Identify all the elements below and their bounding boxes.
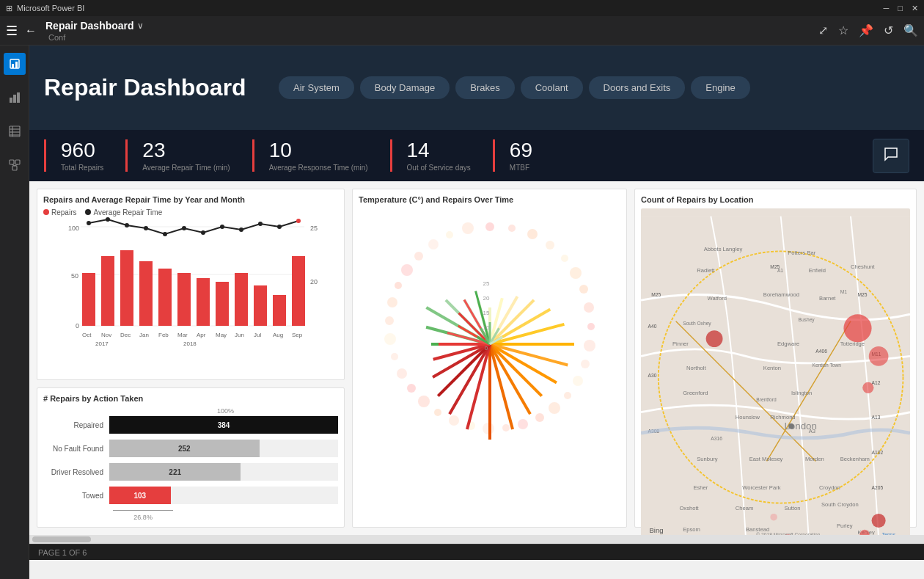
svg-text:Hounslow: Hounslow	[736, 414, 760, 420]
svg-point-70	[587, 323, 595, 330]
sidebar-icon-home[interactable]	[4, 53, 26, 75]
svg-text:Edgware: Edgware	[777, 341, 799, 347]
svg-point-66	[561, 255, 568, 262]
svg-text:A102: A102	[872, 450, 884, 455]
refresh-icon[interactable]: ↺	[884, 23, 893, 37]
svg-point-64	[527, 229, 538, 239]
search-icon[interactable]: 🔍	[903, 23, 918, 37]
hbar-wrapper-nff: 252	[109, 440, 338, 457]
hbar-fill-repaired: 384	[109, 416, 338, 434]
kpi-row: 960 Total Repairs 23 Average Repair Time…	[29, 130, 924, 181]
left-sidebar	[0, 45, 29, 579]
star-icon[interactable]: ☆	[838, 23, 848, 37]
app-layout: Repair Dashboard Air System Body Damage …	[0, 45, 924, 579]
svg-text:Brentford: Brentford	[756, 397, 777, 402]
svg-point-92	[414, 252, 423, 261]
svg-point-200	[770, 514, 777, 521]
hbar-chart-panel: # Repairs by Action Taken 100% Repaired …	[37, 387, 345, 528]
svg-rect-25	[101, 256, 114, 326]
sidebar-icon-table[interactable]	[4, 120, 26, 142]
radial-chart-panel: Temperature (C°) and Repairs Over Time	[352, 189, 627, 528]
back-button[interactable]: ←	[25, 24, 37, 37]
maximize-btn[interactable]: □	[898, 4, 903, 13]
nav-btn-body-damage[interactable]: Body Damage	[360, 76, 450, 99]
kpi-mtbf-label: MTBF	[510, 164, 532, 172]
svg-text:50: 50	[71, 272, 78, 280]
svg-text:Pinner: Pinner	[672, 341, 689, 347]
svg-rect-2	[15, 62, 18, 68]
hbar-bottom-pct: 26.8%	[113, 514, 173, 521]
svg-text:A1: A1	[777, 268, 783, 273]
hbar-wrapper-towed: 103	[109, 487, 338, 504]
svg-point-91	[401, 264, 413, 276]
svg-text:A205: A205	[872, 485, 884, 490]
svg-rect-24	[82, 273, 95, 326]
svg-rect-28	[158, 269, 172, 326]
close-btn[interactable]: ✕	[912, 4, 918, 13]
svg-point-62	[485, 222, 494, 231]
nav-btn-brakes[interactable]: Brakes	[455, 76, 514, 99]
svg-text:Purley: Purley	[837, 522, 853, 529]
bar-chart-title: Repairs and Average Repair Time by Year …	[43, 195, 338, 204]
svg-rect-27	[139, 261, 153, 326]
svg-rect-11	[10, 160, 14, 164]
svg-text:Oxshott: Oxshott	[679, 505, 699, 511]
svg-point-63	[508, 225, 516, 232]
svg-point-195	[869, 346, 889, 366]
svg-text:Richmond: Richmond	[770, 414, 795, 420]
svg-point-89	[387, 297, 397, 307]
svg-text:Cheam: Cheam	[736, 505, 754, 511]
svg-text:Dec: Dec	[120, 332, 131, 338]
pin-icon[interactable]: 📌	[859, 23, 873, 37]
svg-point-38	[125, 223, 129, 227]
svg-text:Esher: Esher	[693, 484, 708, 491]
scrollbar-area	[29, 535, 924, 544]
legend-repairs: Repairs	[43, 208, 76, 216]
svg-point-95	[462, 222, 474, 234]
svg-rect-35	[292, 256, 305, 326]
sidebar-icon-model[interactable]	[4, 154, 26, 176]
svg-point-40	[163, 232, 167, 236]
dashboard-nav: Air System Body Damage Brakes Coolant Do…	[279, 76, 750, 99]
svg-text:A406: A406	[815, 349, 827, 354]
sidebar-icon-chart[interactable]	[4, 87, 26, 109]
svg-text:20: 20	[310, 278, 318, 285]
nav-btn-coolant[interactable]: Coolant	[521, 76, 583, 99]
chat-button[interactable]	[873, 139, 909, 173]
svg-text:Terms: Terms	[882, 532, 896, 535]
hbar-track-towed: 103	[109, 487, 338, 504]
nav-btn-doors-exits[interactable]: Doors and Exits	[589, 76, 686, 99]
kpi-total-repairs: 960 Total Repairs	[44, 139, 125, 172]
svg-text:Cheshunt: Cheshunt	[851, 263, 875, 270]
svg-text:Kenton: Kenton	[763, 365, 781, 371]
nav-btn-air-system[interactable]: Air System	[279, 76, 354, 99]
svg-text:25: 25	[483, 280, 489, 287]
svg-point-69	[584, 302, 594, 313]
hbar-fill-nff: 252	[109, 440, 260, 457]
svg-point-193	[706, 330, 723, 347]
dashboard-title: Repair Dashboard	[44, 74, 249, 101]
main-content: Repair Dashboard Air System Body Damage …	[29, 45, 924, 579]
svg-point-197	[872, 514, 886, 528]
nav-subtitle: Conf	[48, 33, 144, 42]
svg-point-84	[407, 384, 416, 393]
nav-caret[interactable]: ∨	[137, 21, 144, 31]
svg-point-81	[449, 415, 459, 426]
svg-point-47	[296, 219, 301, 223]
minimize-btn[interactable]: ─	[884, 4, 890, 13]
bar-chart-legend: Repairs Average Repair Time	[43, 208, 338, 216]
kpi-avg-response-label: Average Response Time (min)	[269, 164, 368, 172]
expand-icon[interactable]: ⤢	[818, 23, 828, 37]
scrollbar-thumb[interactable]	[32, 536, 91, 542]
svg-point-37	[106, 217, 110, 222]
svg-point-36	[87, 221, 91, 225]
nav-btn-engine[interactable]: Engine	[691, 76, 749, 99]
svg-text:Beckenham: Beckenham	[840, 456, 870, 462]
kpi-mtbf: 69 MTBF	[493, 139, 554, 172]
map-chart-panel: Count of Repairs by Location	[634, 189, 917, 528]
hamburger-icon[interactable]: ☰	[6, 23, 18, 39]
hbar-wrapper-repaired: 384	[109, 416, 338, 434]
hbar-label-repaired: Repaired	[43, 421, 109, 429]
svg-text:Morden: Morden	[805, 456, 824, 462]
svg-point-71	[584, 340, 595, 352]
